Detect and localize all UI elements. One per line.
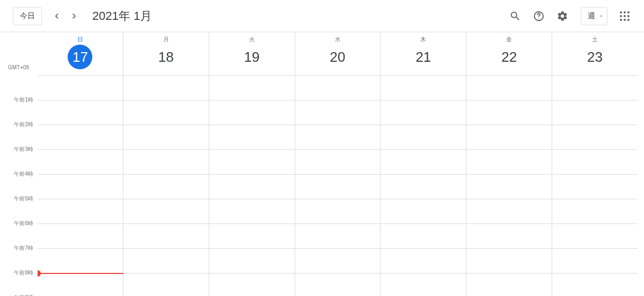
hour-cell[interactable] — [295, 273, 380, 296]
hour-row — [38, 76, 638, 100]
hour-cell[interactable] — [380, 76, 466, 100]
hour-cell[interactable] — [209, 100, 295, 125]
search-icon — [509, 10, 521, 22]
svg-point-7 — [627, 15, 630, 17]
hour-cell[interactable] — [295, 199, 380, 223]
hour-cell[interactable] — [38, 199, 123, 223]
hour-cell[interactable] — [123, 224, 209, 248]
hour-cell[interactable] — [123, 249, 209, 273]
prev-week-button[interactable] — [48, 8, 65, 25]
hour-cell[interactable] — [123, 76, 209, 100]
hour-cell[interactable] — [38, 100, 123, 125]
hour-cell[interactable] — [380, 249, 466, 273]
hour-cell[interactable] — [380, 224, 466, 248]
hour-cell[interactable] — [380, 199, 466, 223]
hour-cell[interactable] — [209, 199, 295, 223]
day-number[interactable]: 17 — [68, 45, 92, 69]
hour-cell[interactable] — [209, 175, 295, 199]
day-number[interactable]: 18 — [153, 45, 178, 69]
hour-cell[interactable] — [295, 100, 380, 125]
hour-label: 午前6時 — [14, 220, 33, 227]
hour-cell[interactable] — [123, 150, 209, 174]
hour-cell[interactable] — [209, 224, 295, 248]
hour-cell[interactable] — [295, 224, 380, 248]
hour-cell[interactable] — [552, 199, 638, 223]
hour-cell[interactable] — [466, 273, 552, 296]
hour-row — [38, 273, 638, 296]
hour-cell[interactable] — [552, 76, 638, 100]
hour-cell[interactable] — [38, 175, 123, 199]
hour-cell[interactable] — [209, 76, 295, 100]
calendar-body: GMT+09 午前1時午前2時午前3時午前4時午前5時午前6時午前7時午前8時午… — [0, 32, 644, 296]
hour-label: 午前4時 — [14, 170, 33, 178]
day-number[interactable]: 19 — [239, 45, 264, 69]
svg-point-1 — [538, 18, 539, 18]
search-button[interactable] — [504, 5, 526, 27]
hour-cell[interactable] — [38, 150, 123, 174]
current-time-indicator — [38, 273, 123, 274]
hour-cell[interactable] — [466, 76, 552, 100]
day-of-week-label: 日 — [38, 35, 123, 44]
hour-cell[interactable] — [552, 273, 638, 296]
hour-cell[interactable] — [552, 150, 638, 174]
hour-cell[interactable] — [466, 199, 552, 223]
svg-point-4 — [627, 11, 630, 13]
help-button[interactable] — [528, 5, 550, 27]
today-button[interactable]: 今日 — [13, 7, 42, 25]
hour-label: 午前3時 — [14, 146, 33, 153]
hour-cell[interactable] — [123, 125, 209, 149]
hour-cell[interactable] — [466, 175, 552, 199]
hour-cell[interactable] — [380, 100, 466, 125]
hour-cell[interactable] — [552, 175, 638, 199]
hour-cell[interactable] — [552, 100, 638, 125]
chevron-left-icon — [52, 11, 62, 21]
hour-cell[interactable] — [552, 125, 638, 149]
hour-cell[interactable] — [295, 125, 380, 149]
day-of-week-label: 月 — [123, 35, 209, 44]
hour-cell[interactable] — [38, 224, 123, 248]
hour-cell[interactable] — [209, 150, 295, 174]
hour-cell[interactable] — [209, 273, 295, 296]
hour-cell[interactable] — [123, 175, 209, 199]
hour-cell[interactable] — [209, 249, 295, 273]
hour-cell[interactable] — [38, 249, 123, 273]
settings-button[interactable] — [552, 5, 573, 27]
hour-cell[interactable] — [466, 100, 552, 125]
hour-cell[interactable] — [552, 249, 638, 273]
time-gutter: GMT+09 午前1時午前2時午前3時午前4時午前5時午前6時午前7時午前8時午… — [0, 32, 38, 296]
hour-cell[interactable] — [209, 125, 295, 149]
apps-grid-icon — [620, 11, 630, 21]
hour-cell[interactable] — [38, 76, 123, 100]
hour-cell[interactable] — [123, 199, 209, 223]
hour-cell[interactable] — [380, 175, 466, 199]
hour-cell[interactable] — [552, 224, 638, 248]
next-week-button[interactable] — [65, 8, 83, 25]
hour-cell[interactable] — [466, 224, 552, 248]
hour-grid-scroll[interactable] — [38, 75, 638, 296]
view-selector[interactable]: 週 — [581, 7, 608, 25]
day-header: 水20 — [295, 32, 380, 75]
hour-cell[interactable] — [466, 125, 552, 149]
day-of-week-label: 火 — [209, 35, 295, 44]
hour-cell[interactable] — [123, 100, 209, 125]
hour-cell[interactable] — [295, 150, 380, 174]
day-number[interactable]: 20 — [325, 45, 350, 69]
hour-cell[interactable] — [466, 150, 552, 174]
hour-cell[interactable] — [295, 76, 380, 100]
day-number[interactable]: 23 — [583, 45, 608, 69]
hour-cell[interactable] — [380, 150, 466, 174]
day-header: 火19 — [209, 32, 295, 75]
week-day-headers: 日17月18火19水20木21金22土23 — [38, 32, 638, 75]
hour-cell[interactable] — [38, 125, 123, 149]
hour-cell[interactable] — [295, 175, 380, 199]
day-number[interactable]: 21 — [411, 45, 436, 69]
day-header: 木21 — [380, 32, 466, 75]
google-apps-button[interactable] — [614, 5, 635, 27]
hour-cell[interactable] — [380, 125, 466, 149]
hour-cell[interactable] — [295, 249, 380, 273]
hour-cell[interactable] — [466, 249, 552, 273]
hour-cell[interactable] — [123, 273, 209, 296]
hour-cell[interactable] — [380, 273, 466, 296]
hour-cell[interactable] — [38, 273, 123, 296]
day-number[interactable]: 22 — [497, 45, 522, 69]
